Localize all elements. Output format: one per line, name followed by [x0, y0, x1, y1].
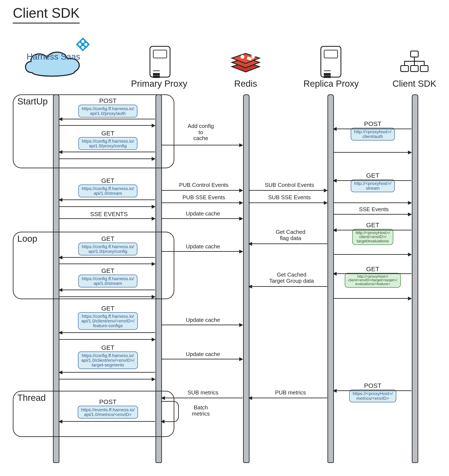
url: http://<proxyHost>/ client/<envID>/targe…: [345, 273, 401, 288]
arrow: [161, 251, 243, 252]
method: POST: [64, 398, 152, 405]
arrow: [59, 339, 155, 340]
arrow: [333, 254, 411, 255]
svg-point-2: [84, 43, 87, 46]
harness-badge-icon: [75, 37, 91, 52]
url: http://<proxyHost>/ client/<envID>/ targ…: [352, 229, 393, 245]
arrow: [59, 152, 155, 152]
method: POST: [340, 382, 406, 389]
arrow: [59, 119, 155, 119]
msg-right-get-eval: GET http://<proxyHost>/ client/<envID>/ …: [336, 222, 409, 245]
diagram-canvas: Client SDK Harness Saas Primary Proxy: [0, 0, 449, 476]
arrow: [333, 129, 411, 129]
arrow: [161, 203, 243, 203]
arrow: [161, 398, 243, 398]
msg-right-post-metrics: POST https://<proxyHost>/ metrics/<envID…: [340, 382, 406, 402]
redis-icon: [227, 47, 264, 75]
arrow: [249, 398, 327, 398]
method: GET: [64, 130, 152, 137]
arrow: [59, 125, 155, 126]
label-sub-control: SUB Control Events: [254, 182, 325, 188]
method: GET: [336, 222, 409, 228]
primary-proxy-server-icon: [149, 46, 171, 78]
group-startup-label: StartUp: [17, 96, 48, 107]
arrow: [333, 203, 411, 203]
arrow: [59, 296, 155, 297]
primary-proxy-label: Primary Proxy: [120, 79, 199, 89]
arrow: [59, 218, 155, 219]
url: http://<proxyhost>/ client/auth: [351, 128, 395, 141]
arrow: [59, 257, 155, 258]
label-batch: Batch metrics: [182, 404, 220, 417]
arrow: [333, 230, 411, 230]
replica-proxy-server-icon: [320, 46, 341, 78]
url: https://config.ff.harness.io/ api/1.0/st…: [78, 185, 137, 197]
method: POST: [340, 120, 406, 127]
group-thread-label: Thread: [17, 393, 46, 403]
lifeline-client: [412, 94, 418, 463]
harness-saas-label: Harness Saas: [19, 52, 88, 61]
msg-post-auth: POST https://config.ff.harness.io/ api/1…: [64, 97, 152, 118]
label-get-flag: Get Cached flag data: [263, 229, 318, 241]
arrow: [59, 199, 155, 200]
label-pub-metrics: PUB metrics: [267, 390, 314, 396]
msg-get-target-segments: GET https://config.ff.harness.io/ api/1.…: [64, 344, 152, 369]
method: GET: [64, 235, 152, 242]
method: GET: [64, 305, 152, 312]
arrow: [333, 152, 411, 153]
label-add-config: Add config to cache: [175, 123, 227, 141]
arrow: [161, 190, 243, 191]
svg-point-3: [81, 46, 84, 49]
msg-get-config-2: GET https://config.ff.harness.io/ api/1.…: [64, 235, 152, 255]
arrow: [333, 214, 411, 215]
msg-right-post-auth: POST http://<proxyhost>/ client/auth: [340, 120, 406, 141]
url: http://<proxyhost>/ stream: [351, 179, 395, 192]
method: GET: [64, 267, 152, 274]
arrow: [249, 244, 327, 244]
svg-rect-7: [401, 66, 409, 72]
arrow: [59, 264, 155, 264]
arrow: [161, 145, 243, 145]
msg-right-get-stream: GET http://<proxyhost>/ stream: [340, 172, 406, 192]
arrow: [161, 325, 243, 325]
arrow: [59, 332, 155, 333]
msg-get-stream-1: GET https://config.ff.harness.io/ api/1.…: [64, 177, 152, 197]
url: https://config.ff.harness.io/ api/1.0/pr…: [78, 105, 137, 118]
client-sdk-org-icon: [399, 50, 429, 74]
arrow: [249, 203, 327, 203]
msg-get-config-1: GET https://config.ff.harness.io/ api1.0…: [64, 130, 152, 150]
svg-point-0: [81, 40, 84, 43]
group-loop-label: Loop: [17, 234, 37, 244]
self-loop-batch: [161, 401, 179, 422]
arrow: [59, 289, 155, 290]
svg-rect-8: [410, 66, 418, 72]
svg-point-1: [78, 43, 81, 46]
url: https://<proxyHost>/ metrics/<envID>: [349, 390, 396, 402]
arrow: [59, 379, 155, 380]
arrow: [333, 298, 411, 299]
arrow: [249, 286, 327, 287]
url: https://config.ff.harness.io/ api1.0/pro…: [78, 137, 137, 150]
arrow: [249, 190, 327, 191]
url: https://events.ff.harness.io/ api/1.0/me…: [78, 406, 138, 419]
label-pub-sse: PUB SSE Events: [170, 194, 238, 200]
lifeline-replica: [327, 94, 334, 463]
replica-proxy-label: Replica Proxy: [293, 79, 369, 89]
arrow: [59, 421, 155, 422]
arrow: [59, 206, 155, 207]
url: https://config.ff.harness.io/ api/1.0/st…: [78, 275, 137, 287]
svg-point-4: [240, 55, 244, 59]
msg-right-get-eval-one: GET http://<proxyHost>/ client/<envID>/t…: [334, 266, 411, 288]
method: GET: [64, 344, 152, 351]
msg-post-metrics: POST https://events.ff.harness.io/ api/1…: [64, 398, 152, 419]
client-sdk-label: Client SDK: [387, 79, 442, 89]
redis-label: Redis: [230, 79, 262, 89]
arrow: [333, 390, 411, 391]
method: GET: [64, 177, 152, 184]
url: https://config.ff.harness.io/ api/1.0/cl…: [78, 351, 138, 369]
label-sub-metrics: SUB metrics: [179, 390, 227, 396]
label-get-target-group: Get Cached Target Group data: [256, 272, 327, 284]
lifeline-redis: [243, 94, 250, 463]
label-sub-sse: SUB SSE Events: [256, 194, 323, 200]
label-update-cache-3: Update cache: [173, 317, 233, 323]
